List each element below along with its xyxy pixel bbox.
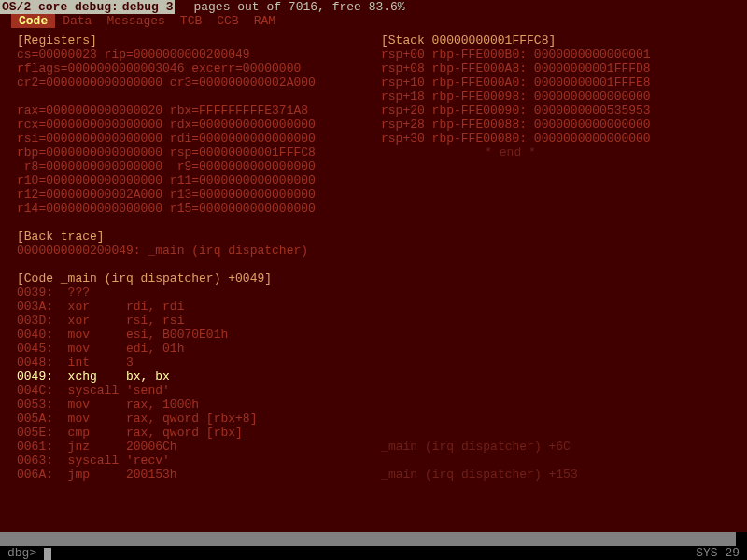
- register-line: rsi=0000000000000000 rdi=000000000000000…: [17, 132, 381, 146]
- backtrace-header: [Back trace]: [17, 230, 730, 244]
- stack-line: rsp+08 rbp-FFE000A8: 00000000001FFFD8: [381, 62, 651, 76]
- stack-line: rsp+30 rbp-FFE00080: 0000000000000000: [381, 132, 651, 146]
- command-prompt[interactable]: dbg>: [7, 546, 51, 560]
- stack-block: rsp+00 rbp-FFE000B0: 0000000000000001rsp…: [381, 48, 651, 146]
- title-bar: OS/2 core debug: debug 3 pages out of 70…: [0, 0, 747, 14]
- stack-line: rsp+18 rbp-FFE00098: 0000000000000000: [381, 90, 651, 104]
- code-line: 0053: mov rax, 1000h: [17, 398, 730, 412]
- stack-line: rsp+10 rbp-FFE000A0: 00000000001FFFE8: [381, 76, 651, 90]
- title-right: debug 3: [120, 0, 176, 14]
- scrollbar-thumb[interactable]: [736, 532, 747, 546]
- stack-header: [Stack 00000000001FFFC8]: [381, 34, 651, 48]
- code-block: 0039: ??? 003A: xor rdi, rdi003D: xor rs…: [17, 286, 730, 482]
- register-line: rax=0000000000000020 rbx=FFFFFFFFFE371A8: [17, 104, 381, 118]
- stack-line: rsp+28 rbp-FFE00088: 0000000000000000: [381, 118, 651, 132]
- code-line: 0045: mov edi, 01h: [17, 342, 730, 356]
- code-line: 0063: syscall 'recv': [17, 454, 730, 468]
- title-left: OS/2 core debug:: [0, 0, 120, 14]
- code-line: 0048: int 3: [17, 356, 730, 370]
- register-line: [17, 90, 381, 104]
- code-line: 0039: ???: [17, 286, 730, 300]
- tab-code[interactable]: Code: [11, 14, 55, 28]
- code-line: 0049: xchg bx, bx: [17, 370, 730, 384]
- register-line: r8=0000000000000000 r9=0000000000000000: [17, 160, 381, 174]
- stack-end: * end *: [456, 146, 651, 160]
- register-line: r12=000000000002A000 r13=000000000000000…: [17, 188, 381, 202]
- code-line: 006A: jmp 200153h _main (irq dispatcher)…: [17, 468, 730, 482]
- tab-bar: CodeDataMessagesTCBCCBRAM: [0, 14, 747, 28]
- code-line: 0040: mov esi, B0070E01h: [17, 328, 730, 342]
- tab-data[interactable]: Data: [55, 14, 99, 28]
- stack-line: rsp+00 rbp-FFE000B0: 0000000000000001: [381, 48, 651, 62]
- tab-messages[interactable]: Messages: [99, 14, 172, 28]
- code-line: 003A: xor rdi, rdi: [17, 300, 730, 314]
- register-line: rcx=0000000000000000 rdx=000000000000000…: [17, 118, 381, 132]
- backtrace-line: 0000000000200049: _main (irq dispatcher): [17, 244, 730, 258]
- code-line: 005E: cmp rax, qword [rbx]: [17, 426, 730, 440]
- code-line: 003D: xor rsi, rsi: [17, 314, 730, 328]
- sys-indicator: SYS 29: [696, 546, 740, 560]
- register-line: cs=00000023 rip=0000000000200049: [17, 48, 381, 62]
- register-line: r10=0000000000000000 r11=000000000000000…: [17, 174, 381, 188]
- register-line: rbp=0000000000000000 rsp=00000000001FFFC…: [17, 146, 381, 160]
- register-line: cr2=0000000000000000 cr3=000000000002A00…: [17, 76, 381, 90]
- tab-tcb[interactable]: TCB: [173, 14, 209, 28]
- tab-ccb[interactable]: CCB: [209, 14, 246, 28]
- code-line: 005A: mov rax, qword [rbx+8]: [17, 412, 730, 426]
- code-header: [Code _main (irq dispatcher) +0049]: [17, 272, 730, 286]
- stack-line: rsp+20 rbp-FFE00090: 0000000000535953: [381, 104, 651, 118]
- code-line: 004C: syscall 'send': [17, 384, 730, 398]
- registers-header: [Registers]: [17, 34, 381, 48]
- register-line: r14=0000000000000000 r15=000000000000000…: [17, 202, 381, 216]
- registers-block: cs=00000023 rip=0000000000200049rflags=0…: [17, 48, 381, 216]
- code-line: 0061: jnz 20006Ch _main (irq dispatcher)…: [17, 440, 730, 454]
- tab-ram[interactable]: RAM: [247, 14, 283, 28]
- register-line: rflags=0000000000003046 excerr=00000000: [17, 62, 381, 76]
- status-text: pages out of 7016, free 83.6%: [193, 0, 404, 14]
- horizontal-scrollbar[interactable]: [0, 532, 747, 546]
